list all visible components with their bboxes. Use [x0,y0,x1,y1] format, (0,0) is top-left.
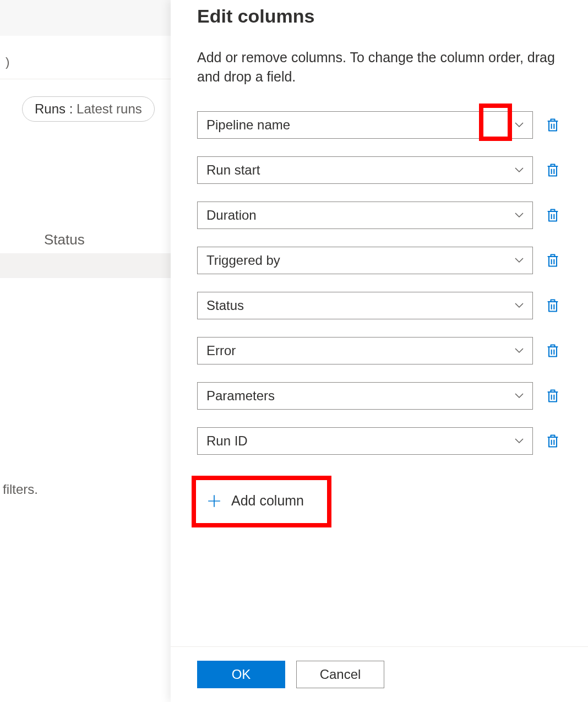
column-label: Parameters [206,388,275,404]
column-label: Run start [206,162,260,178]
column-row-parameters: Parameters [197,382,562,410]
background-toolbar-area [0,0,171,36]
background-page: ) Runs : Latest runs Status filters. [0,0,171,702]
background-row-band [0,253,171,278]
column-row-pipeline-name: Pipeline name [197,111,562,139]
runs-filter-chip[interactable]: Runs : Latest runs [22,96,155,122]
trash-icon [545,298,560,313]
column-label: Pipeline name [206,117,290,133]
column-label: Triggered by [206,253,280,268]
column-select-parameters[interactable]: Parameters [197,382,533,410]
chevron-down-icon [515,391,524,400]
chevron-down-icon [515,346,524,355]
column-label: Status [206,298,244,313]
delete-column-button[interactable] [544,252,562,269]
panel-title: Edit columns [197,6,562,27]
trash-icon [545,343,560,358]
panel-content: Edit columns Add or remove columns. To c… [171,0,588,646]
trash-icon [545,253,560,268]
chevron-down-icon [515,121,524,129]
ok-button[interactable]: OK [197,661,285,688]
column-select-triggered-by[interactable]: Triggered by [197,247,533,274]
column-row-run-start: Run start [197,156,562,184]
panel-footer: OK Cancel [171,646,588,702]
column-select-duration[interactable]: Duration [197,202,533,229]
trash-icon [545,388,560,404]
filters-text: filters. [3,482,38,497]
chevron-down-icon [515,437,524,445]
delete-column-button[interactable] [544,432,562,450]
chevron-down-icon [515,166,524,175]
delete-column-button[interactable] [544,206,562,224]
column-label: Run ID [206,433,248,449]
delete-column-button[interactable] [544,342,562,360]
delete-column-button[interactable] [544,116,562,134]
column-select-status[interactable]: Status [197,292,533,319]
column-row-error: Error [197,337,562,364]
column-row-duration: Duration [197,202,562,229]
chevron-down-icon [515,256,524,265]
runs-filter-label: Runs : [35,101,73,116]
chevron-down-icon [515,211,524,220]
column-row-status: Status [197,292,562,319]
column-row-run-id: Run ID [197,427,562,455]
delete-column-button[interactable] [544,161,562,179]
panel-description: Add or remove columns. To change the col… [197,48,562,86]
column-list: Pipeline name Run start [197,111,562,455]
delete-column-button[interactable] [544,387,562,405]
status-column-header: Status [44,231,85,248]
column-select-run-id[interactable]: Run ID [197,427,533,455]
add-column-button[interactable]: Add column [197,485,316,516]
column-label: Duration [206,208,257,223]
trash-icon [545,433,560,449]
cancel-button[interactable]: Cancel [296,661,384,688]
chevron-down-icon [515,301,524,310]
delete-column-button[interactable] [544,297,562,314]
background-paren-text: ) [6,55,9,69]
add-column-label: Add column [231,493,304,509]
column-select-error[interactable]: Error [197,337,533,364]
edit-columns-panel: Edit columns Add or remove columns. To c… [171,0,588,702]
column-select-run-start[interactable]: Run start [197,156,533,184]
column-row-triggered-by: Triggered by [197,247,562,274]
background-divider [0,79,171,79]
trash-icon [545,117,560,133]
trash-icon [545,208,560,223]
trash-icon [545,162,560,178]
plus-icon [207,494,221,508]
column-label: Error [206,343,236,358]
runs-filter-value: Latest runs [73,101,141,116]
column-select-pipeline-name[interactable]: Pipeline name [197,111,533,139]
